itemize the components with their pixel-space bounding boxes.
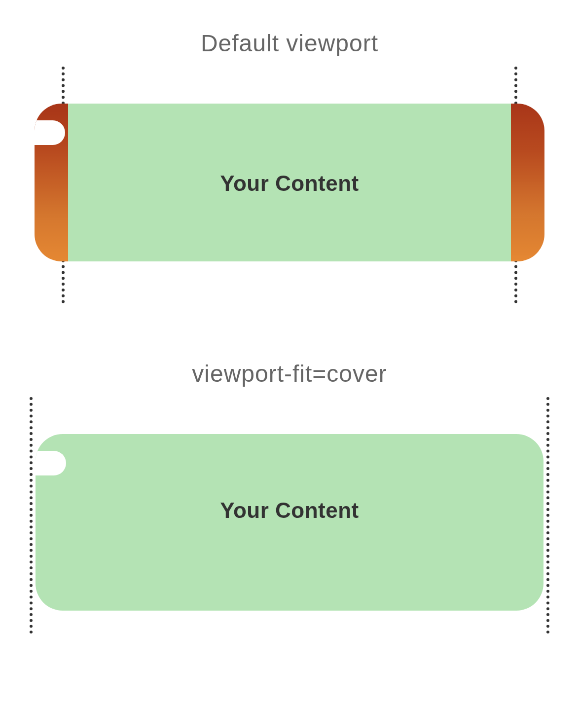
- cover-viewport-diagram: viewport-fit=cover Your Content: [0, 360, 579, 631]
- default-viewport-diagram: Default viewport Your Content: [0, 30, 579, 301]
- viewport-boundary-left: [30, 397, 33, 634]
- phone-frame-default: Your Content: [35, 104, 544, 261]
- viewport-boundary-right: [546, 397, 549, 634]
- content-area-default: Your Content: [68, 104, 511, 261]
- diagram-title-default: Default viewport: [0, 30, 579, 57]
- phone-notch-icon: [36, 451, 66, 475]
- phone-notch-icon: [35, 120, 65, 145]
- diagram-area-cover: Your Content: [0, 397, 579, 634]
- content-label-default: Your Content: [220, 171, 359, 196]
- diagram-title-cover: viewport-fit=cover: [0, 360, 579, 387]
- content-label-cover: Your Content: [36, 498, 543, 523]
- phone-frame-cover: Your Content: [36, 434, 543, 611]
- diagram-area-default: Your Content: [0, 67, 579, 303]
